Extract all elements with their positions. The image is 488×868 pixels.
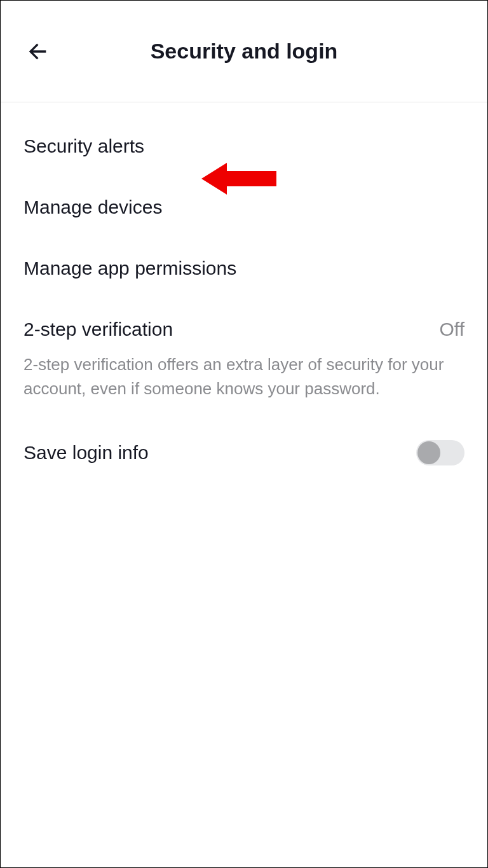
toggle-knob bbox=[417, 441, 440, 464]
manage-devices-label: Manage devices bbox=[24, 196, 162, 218]
back-button[interactable] bbox=[24, 38, 51, 65]
arrow-left-icon bbox=[25, 39, 50, 64]
manage-devices-row[interactable]: Manage devices bbox=[24, 163, 464, 224]
annotation-arrow-icon bbox=[201, 160, 278, 200]
page-title: Security and login bbox=[24, 39, 464, 64]
settings-list: Security alerts Manage devices Manage ap… bbox=[1, 102, 487, 472]
save-login-info-row[interactable]: Save login info bbox=[24, 407, 464, 472]
manage-permissions-row[interactable]: Manage app permissions bbox=[24, 224, 464, 286]
save-login-info-toggle[interactable] bbox=[416, 440, 464, 465]
page-header: Security and login bbox=[1, 1, 487, 102]
two-step-verification-label: 2-step verification bbox=[24, 319, 173, 340]
svg-marker-0 bbox=[201, 163, 276, 195]
two-step-verification-row[interactable]: 2-step verification Off bbox=[24, 286, 464, 347]
two-step-verification-value: Off bbox=[440, 319, 464, 340]
save-login-info-label: Save login info bbox=[24, 442, 149, 464]
two-step-verification-description: 2-step verification offers an extra laye… bbox=[24, 347, 464, 407]
security-alerts-label: Security alerts bbox=[24, 135, 144, 157]
security-alerts-row[interactable]: Security alerts bbox=[24, 102, 464, 163]
manage-permissions-label: Manage app permissions bbox=[24, 258, 236, 279]
